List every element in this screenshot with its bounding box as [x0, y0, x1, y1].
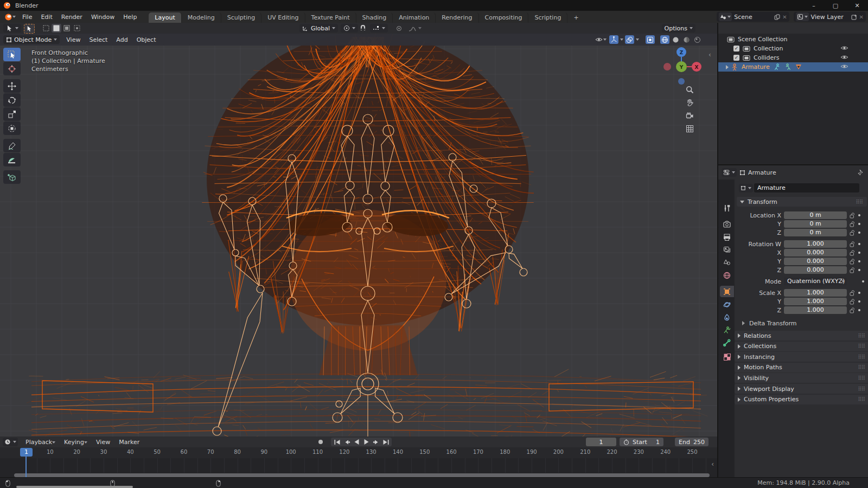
- lock-icon[interactable]: [850, 213, 855, 219]
- cursor-3d-tool-button[interactable]: [3, 62, 21, 75]
- transform-tool-button[interactable]: [3, 121, 21, 135]
- value-field[interactable]: 1.000: [784, 289, 847, 297]
- timeline-menu-keying[interactable]: Keying: [60, 439, 92, 446]
- xray-toggle[interactable]: [646, 35, 655, 44]
- tab-compositing[interactable]: Compositing: [479, 12, 529, 23]
- snap-target-selector[interactable]: [370, 24, 388, 33]
- active-tool-button[interactable]: [24, 24, 35, 34]
- measure-tool-button[interactable]: [3, 153, 21, 166]
- properties-tab-tool[interactable]: [720, 202, 734, 214]
- transform-panel-header[interactable]: Transform⠿⠿: [737, 197, 867, 207]
- properties-tab-physics[interactable]: [720, 299, 734, 310]
- animate-dot[interactable]: [858, 243, 860, 245]
- new-layer-icon[interactable]: [851, 14, 857, 20]
- properties-editor-type[interactable]: [722, 168, 737, 177]
- panel-collections[interactable]: Collections⠿⠿: [735, 342, 868, 351]
- value-field[interactable]: 0.000: [784, 266, 847, 274]
- id-type-dropdown[interactable]: [739, 184, 753, 192]
- unlink-icon[interactable]: ✕: [782, 14, 787, 20]
- select-box-button[interactable]: [52, 24, 61, 33]
- annotate-tool-button[interactable]: [3, 139, 21, 152]
- animate-dot[interactable]: [858, 232, 860, 234]
- scale-tool-button[interactable]: [3, 107, 21, 121]
- menu-edit[interactable]: Edit: [36, 14, 56, 21]
- hide-eye-icon[interactable]: [840, 45, 848, 51]
- play-button[interactable]: [362, 438, 371, 446]
- animate-dot[interactable]: [858, 269, 860, 271]
- animate-dot[interactable]: [858, 214, 860, 216]
- options-dropdown[interactable]: Options: [662, 24, 695, 33]
- lock-icon[interactable]: [850, 241, 855, 247]
- animate-dot[interactable]: [858, 300, 860, 303]
- lock-icon[interactable]: [850, 299, 855, 305]
- close-button[interactable]: ✕: [846, 0, 868, 11]
- select-circle-button[interactable]: [62, 24, 72, 33]
- value-field[interactable]: 1.000: [784, 306, 847, 314]
- panel-custom-properties[interactable]: Custom Properties⠿⠿: [735, 395, 868, 404]
- animate-dot[interactable]: [858, 252, 860, 254]
- maximize-button[interactable]: ▢: [825, 0, 846, 11]
- add-cube-tool-button[interactable]: [3, 170, 21, 184]
- value-field[interactable]: 0 m: [784, 211, 847, 219]
- outliner-row-scene-collection[interactable]: Scene Collection: [718, 35, 868, 44]
- lock-icon[interactable]: [850, 290, 855, 296]
- value-field[interactable]: 0 m: [784, 229, 847, 236]
- navigation-gizmo[interactable]: Z X Y: [654, 37, 709, 91]
- timeline-scrollbar[interactable]: [14, 473, 710, 477]
- zoom-icon[interactable]: [686, 86, 694, 94]
- animate-dot[interactable]: [858, 260, 860, 262]
- transform-orientation-selector[interactable]: Global: [299, 24, 338, 33]
- properties-tab-object-data[interactable]: [720, 324, 734, 336]
- next-keyframe-button[interactable]: [372, 438, 380, 446]
- hide-eye-icon[interactable]: [840, 63, 848, 69]
- gizmo-dropdown-arrow[interactable]: [620, 38, 623, 41]
- animate-dot[interactable]: [858, 292, 860, 294]
- rotation-mode-dropdown[interactable]: Quaternion (WXYZ): [784, 278, 847, 285]
- properties-tab-scene[interactable]: [720, 256, 734, 268]
- mode-selector[interactable]: Object Mode: [3, 35, 60, 44]
- remove-layer-icon[interactable]: ✕: [859, 14, 864, 20]
- active-tool-selector[interactable]: [3, 24, 21, 33]
- menu-window[interactable]: Window: [87, 14, 119, 21]
- lock-icon[interactable]: [850, 221, 855, 227]
- scene-selector[interactable]: Scene ✕: [717, 12, 789, 22]
- copy-icon[interactable]: [774, 14, 780, 20]
- snap-toggle-button[interactable]: [358, 24, 368, 33]
- viewport-menu-select[interactable]: Select: [85, 36, 112, 43]
- playhead-frame-badge[interactable]: 1: [20, 448, 33, 457]
- lock-icon[interactable]: [850, 307, 855, 313]
- properties-tab-constraints[interactable]: [720, 312, 734, 323]
- tab-modeling[interactable]: Modeling: [182, 12, 221, 23]
- view-layer-selector[interactable]: View Layer ✕: [794, 12, 866, 22]
- tab-shading[interactable]: Shading: [356, 12, 393, 23]
- visibility-dropdown[interactable]: [594, 35, 608, 44]
- animate-dot[interactable]: [862, 280, 864, 282]
- frame-start-field[interactable]: Start 1: [620, 438, 663, 446]
- gizmo-x-neg-axis[interactable]: [663, 63, 671, 70]
- timeline-menu-playback[interactable]: Playback: [21, 439, 60, 446]
- select-box-tool-button[interactable]: [3, 48, 21, 61]
- rotate-tool-button[interactable]: [3, 93, 21, 107]
- viewport-menu-view[interactable]: View: [62, 36, 85, 43]
- menu-help[interactable]: Help: [119, 14, 141, 21]
- pin-icon[interactable]: [858, 169, 864, 176]
- toggle-ortho-icon[interactable]: [686, 125, 694, 133]
- pan-hand-icon[interactable]: [686, 99, 694, 107]
- value-field[interactable]: 1.000: [784, 298, 847, 305]
- lock-icon[interactable]: [850, 267, 855, 273]
- value-field[interactable]: 1.000: [784, 240, 847, 248]
- animate-dot[interactable]: [858, 309, 860, 311]
- timeline-menu-view[interactable]: View: [92, 439, 114, 446]
- camera-view-icon[interactable]: [686, 112, 694, 120]
- outliner-row-colliders[interactable]: ✓Colliders: [718, 53, 868, 62]
- jump-to-start-button[interactable]: [333, 438, 341, 446]
- add-workspace-button[interactable]: +: [567, 12, 584, 23]
- tab-rendering[interactable]: Rendering: [436, 12, 478, 23]
- value-field[interactable]: 0 m: [784, 220, 847, 228]
- value-field[interactable]: 0.000: [784, 258, 847, 265]
- gizmo-z-neg-axis[interactable]: [678, 78, 685, 85]
- properties-tab-output[interactable]: [720, 232, 734, 243]
- animate-dot[interactable]: [858, 223, 860, 225]
- delta-transform-subpanel[interactable]: Delta Transform: [742, 319, 868, 327]
- expand-arrow-icon[interactable]: [726, 65, 729, 69]
